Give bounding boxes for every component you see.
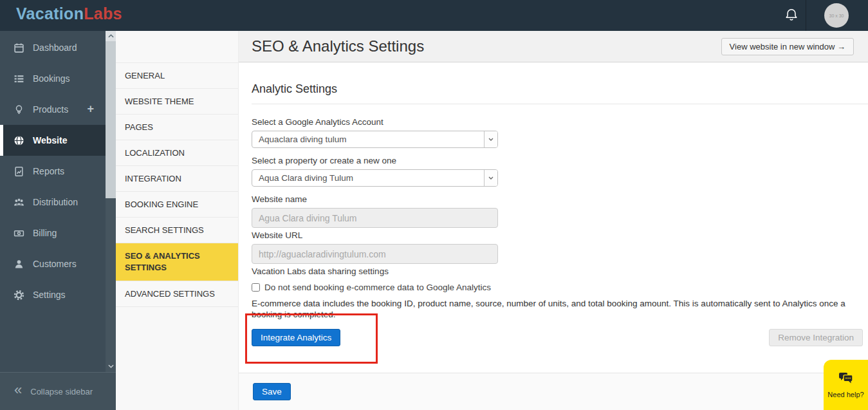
chat-icon	[838, 372, 854, 387]
property-select[interactable]: Aqua Clara diving Tulum	[252, 169, 498, 187]
avatar-placeholder-text: 30 x 30	[829, 14, 844, 18]
website-url-input[interactable]	[252, 244, 498, 264]
website-url-label: Website URL	[252, 230, 868, 240]
sidebar-item-label: Website	[33, 135, 67, 145]
scroll-down-icon[interactable]	[106, 361, 116, 371]
group-icon	[13, 196, 24, 208]
data-sharing-label: Vacation Labs data sharing settings	[252, 266, 868, 276]
collapse-sidebar-button[interactable]: « Collapse sidebar	[0, 372, 116, 410]
sidebar-item-bookings[interactable]: Bookings +	[0, 63, 116, 94]
collapse-sidebar-label: Collapse sidebar	[30, 387, 93, 396]
menu-item-advanced-settings[interactable]: ADVANCED SETTINGS	[116, 281, 238, 307]
menu-item-pages[interactable]: PAGES	[116, 115, 238, 140]
sidebar-item-website[interactable]: Website	[0, 125, 116, 156]
page-header: SEO & Analytics Settings View website in…	[239, 31, 868, 62]
menu-item-localization[interactable]: LOCALIZATION	[116, 140, 238, 166]
list-icon	[13, 73, 24, 84]
ecommerce-optout-label: Do not send booking e-commerce data to G…	[264, 283, 491, 292]
main-panel: SEO & Analytics Settings View website in…	[239, 31, 868, 410]
menu-item-website-theme[interactable]: WEBSITE THEME	[116, 89, 238, 115]
user-icon	[13, 258, 24, 270]
globe-icon	[13, 135, 24, 146]
ga-account-select[interactable]: Aquaclara diving tulum	[252, 131, 498, 148]
ga-account-selected-value: Aquaclara diving tulum	[259, 135, 347, 144]
double-chevron-left-icon: «	[14, 383, 22, 397]
website-settings-menu: GENERAL WEBSITE THEME PAGES LOCALIZATION…	[116, 31, 239, 410]
menu-item-integration[interactable]: INTEGRATION	[116, 166, 238, 192]
calendar-icon	[13, 42, 24, 53]
sidebar-item-settings[interactable]: Settings	[0, 279, 116, 310]
page-title: SEO & Analytics Settings	[252, 37, 424, 55]
logo-part-labs: Labs	[84, 5, 122, 23]
sidebar-item-reports[interactable]: Reports	[0, 156, 116, 187]
sidebar-item-label: Settings	[33, 290, 66, 300]
integrate-analytics-button[interactable]: Integrate Analytics	[252, 329, 340, 346]
menu-item-general[interactable]: GENERAL	[116, 62, 238, 89]
need-help-label: Need help?	[827, 391, 863, 398]
chevron-down-icon	[484, 170, 497, 186]
bell-icon[interactable]	[783, 7, 800, 24]
sidebar-item-label: Distribution	[33, 197, 78, 207]
add-product-button[interactable]: +	[87, 102, 94, 116]
scrollbar-thumb[interactable]	[106, 41, 116, 198]
vacationlabs-logo[interactable]: VacationLabs	[16, 5, 122, 23]
remove-integration-button[interactable]: Remove Integration	[769, 329, 863, 346]
sidebar-item-label: Reports	[33, 166, 64, 176]
ecommerce-optout-checkbox[interactable]	[252, 283, 260, 292]
ecommerce-optout-row: Do not send booking e-commerce data to G…	[252, 283, 868, 292]
analytics-settings-form: Analytic Settings Select a Google Analyt…	[239, 82, 868, 346]
property-selected-value: Aqua Clara diving Tulum	[259, 173, 353, 183]
website-name-input[interactable]	[252, 208, 498, 228]
gear-icon	[13, 289, 24, 301]
website-name-label: Website name	[252, 194, 868, 204]
sidebar-item-customers[interactable]: Customers	[0, 248, 116, 279]
report-icon	[13, 165, 24, 177]
need-help-widget[interactable]: Need help?	[824, 360, 868, 410]
sidebar-item-label: Bookings	[33, 73, 70, 84]
primary-sidebar: Dashboard Bookings + Products +	[0, 31, 116, 410]
save-button[interactable]: Save	[253, 383, 291, 400]
avatar[interactable]: 30 x 30	[824, 3, 849, 28]
sidebar-item-label: Customers	[33, 259, 77, 269]
lightbulb-icon	[13, 104, 24, 115]
property-label: Select a property or create a new one	[252, 156, 868, 165]
navbar-divider	[806, 0, 806, 31]
section-divider	[252, 104, 868, 104]
sidebar-item-label: Billing	[33, 228, 57, 238]
sidebar-item-dashboard[interactable]: Dashboard	[0, 32, 116, 63]
view-website-button[interactable]: View website in new window →	[721, 38, 854, 55]
logo-part-vacation: Vacation	[16, 5, 84, 23]
banknote-icon	[13, 227, 24, 239]
section-title: Analytic Settings	[252, 82, 868, 96]
form-footer: Save	[239, 373, 868, 410]
menu-item-search-settings[interactable]: SEARCH SETTINGS	[116, 218, 238, 243]
sidebar-item-label: Products	[33, 104, 68, 115]
sidebar-item-products[interactable]: Products +	[0, 94, 116, 125]
ecommerce-note: E-commerce data includes the booking ID,…	[252, 298, 847, 320]
menu-item-seo-analytics-settings[interactable]: SEO & ANALYTICS SETTINGS	[116, 243, 238, 281]
top-navbar: VacationLabs 30 x 30	[0, 0, 868, 31]
ga-account-label: Select a Google Analytics Account	[252, 117, 868, 127]
scroll-up-icon[interactable]	[106, 31, 116, 41]
sidebar-item-distribution[interactable]: Distribution	[0, 187, 116, 218]
sidebar-item-label: Dashboard	[33, 42, 77, 53]
sidebar-nav: Dashboard Bookings + Products +	[0, 32, 116, 310]
menu-item-booking-engine[interactable]: BOOKING ENGINE	[116, 192, 238, 218]
sidebar-item-billing[interactable]: Billing	[0, 218, 116, 248]
chevron-down-icon	[484, 131, 497, 147]
integration-actions: Integrate Analytics Remove Integration	[252, 329, 868, 346]
